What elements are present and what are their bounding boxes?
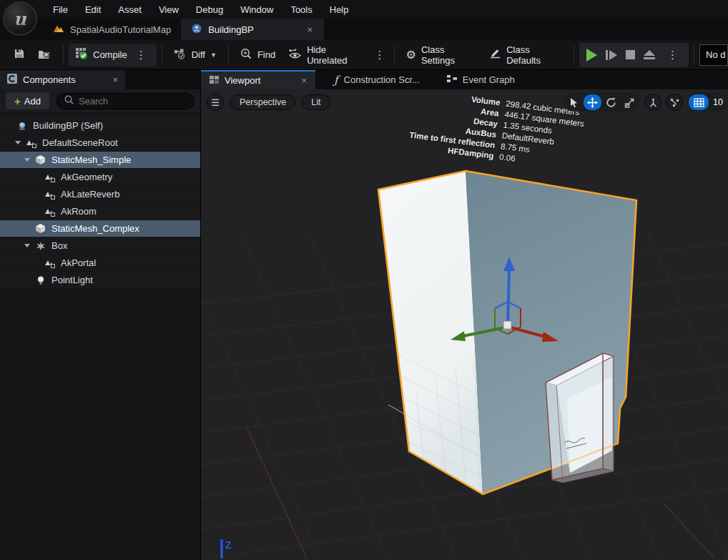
lit-button[interactable]: Lit — [302, 94, 330, 110]
expand-arrow-icon[interactable] — [24, 158, 30, 162]
ak-stat-label: Decay — [473, 117, 498, 128]
mesh-icon — [34, 154, 47, 165]
grid-icon — [694, 98, 704, 107]
tree-row-buildingbp-self-[interactable]: BuildingBP (Self) — [0, 117, 200, 134]
close-icon[interactable]: × — [306, 24, 315, 35]
frame-skip-icon[interactable] — [606, 50, 617, 60]
stop-icon[interactable] — [626, 50, 635, 59]
save-button[interactable] — [7, 44, 31, 67]
divider — [162, 45, 162, 65]
browse-button[interactable] — [31, 44, 58, 67]
tree-row-akroom[interactable]: AkRoom — [0, 203, 200, 220]
viewport-menu-button[interactable]: ☰ — [207, 94, 224, 111]
class-settings-label: Class Settings — [421, 44, 476, 66]
tree-row-staticmesh-complex[interactable]: StaticMesh_Complex — [0, 220, 200, 237]
snap-icon — [669, 97, 680, 108]
grid-snap-button[interactable] — [689, 94, 709, 110]
tree-row-pointlight[interactable]: PointLight — [0, 272, 200, 289]
menu-view[interactable]: View — [150, 2, 187, 17]
menu-debug[interactable]: Debug — [187, 2, 232, 17]
ak-stat-label: AuxBus — [465, 127, 497, 139]
find-button[interactable]: Find — [234, 44, 282, 67]
plus-icon: + — [14, 95, 21, 107]
transform-tool-group — [564, 93, 640, 112]
class-defaults-label: Class Defaults — [506, 44, 562, 66]
tree-row-aklatereverb[interactable]: AkLateReverb — [0, 186, 200, 203]
rotate-tool-button[interactable] — [602, 94, 620, 110]
find-icon — [240, 48, 252, 62]
tab-label: SpatialAudioTutorialMap — [70, 24, 171, 35]
menu-tools[interactable]: Tools — [282, 2, 320, 17]
scene-3d[interactable]: Volume298.42 cubic metersArea446.17 squa… — [201, 89, 728, 559]
compile-options-icon[interactable]: ⋮ — [132, 49, 150, 62]
function-icon: ƒ — [334, 74, 338, 87]
coordinate-system-button[interactable] — [644, 94, 661, 111]
unreal-logo-icon[interactable]: u — [3, 1, 37, 36]
tab-viewport[interactable]: Viewport × — [201, 70, 315, 89]
tree-row-staticmesh-simple[interactable]: StaticMesh_Simple — [0, 152, 200, 169]
tree-row-label: AkLateReverb — [61, 189, 119, 200]
tab-buildingbp[interactable]: BuildingBP × — [181, 19, 324, 40]
tab-event-graph[interactable]: Event Graph — [438, 70, 523, 89]
menu-items: FileEditAssetViewDebugWindowToolsHelp — [44, 2, 358, 17]
eject-icon[interactable] — [644, 50, 655, 59]
tree-row-label: DefaultSceneRoot — [42, 137, 118, 148]
menu-help[interactable]: Help — [321, 2, 358, 17]
compile-button[interactable]: Compile ⋮ — [69, 44, 157, 67]
move-icon — [587, 97, 598, 108]
eye-nodes-icon — [288, 49, 302, 62]
chevron-down-icon: ▼ — [210, 51, 217, 59]
close-icon[interactable]: × — [301, 75, 307, 86]
tab-spatialaudiotutorialmap[interactable]: SpatialAudioTutorialMap — [43, 19, 181, 40]
class-settings-button[interactable]: ⚙ Class Settings — [400, 44, 483, 67]
surface-snapping-button[interactable] — [666, 94, 683, 111]
tree-row-defaultsceneroot[interactable]: DefaultSceneRoot — [0, 134, 200, 152]
axis-z-label: Z — [225, 539, 232, 551]
class-defaults-button[interactable]: Class Defaults — [483, 44, 569, 67]
divider — [63, 45, 64, 65]
tab-construction-script[interactable]: ƒ Construction Scr... — [325, 70, 428, 89]
perspective-button[interactable]: Perspective — [230, 94, 295, 110]
menu-file[interactable]: File — [44, 2, 77, 17]
hide-unrelated-button[interactable]: Hide Unrelated — [282, 44, 370, 67]
menu-edit[interactable]: Edit — [77, 2, 109, 17]
viewport-pane: Viewport × ƒ Construction Scr... Event G… — [201, 70, 728, 560]
ak-stat-value: 0.06 — [499, 152, 516, 163]
debug-object-dropdown[interactable]: No d — [699, 44, 728, 66]
play-icon[interactable] — [586, 49, 597, 62]
viewport-left-controls: ☰ Perspective Lit — [207, 94, 330, 111]
menu-asset[interactable]: Asset — [109, 2, 150, 17]
play-options-icon[interactable]: ⋮ — [664, 49, 682, 62]
tree-row-akgeometry[interactable]: AkGeometry — [0, 169, 200, 186]
component-search-input[interactable]: Search — [56, 93, 195, 109]
move-tool-button[interactable] — [584, 94, 601, 110]
find-label: Find — [257, 49, 275, 60]
tab-label: Components — [23, 74, 76, 85]
diff-button[interactable]: Diff ▼ — [167, 44, 223, 67]
add-component-button[interactable]: + Add — [6, 92, 49, 109]
tab-components[interactable]: Components × — [0, 70, 125, 89]
cursor-icon — [569, 97, 579, 108]
divider — [228, 45, 229, 65]
tree-row-label: AkGeometry — [61, 172, 112, 182]
grid-snap-value[interactable]: 10 — [713, 97, 723, 107]
select-tool-button[interactable] — [565, 94, 583, 110]
gizmo-center[interactable] — [503, 321, 511, 329]
tab-label: Event Graph — [463, 74, 515, 85]
tree-row-label: StaticMesh_Complex — [51, 223, 139, 234]
diff-label: Diff — [192, 49, 205, 60]
tree-row-akportal[interactable]: AkPortal — [0, 255, 200, 272]
scale-tool-button[interactable] — [621, 94, 639, 110]
scene-icon — [43, 189, 56, 200]
ak-stat-value: 8.75 ms — [500, 142, 530, 154]
expand-arrow-icon[interactable] — [15, 141, 21, 144]
toolbar-options-icon[interactable]: ⋮ — [371, 49, 389, 62]
tree-row-box[interactable]: Box — [0, 237, 200, 255]
expand-arrow-icon[interactable] — [24, 244, 30, 247]
viewport-canvas[interactable]: Volume298.42 cubic metersArea446.17 squa… — [201, 89, 728, 560]
tree-row-label: AkRoom — [61, 206, 97, 217]
close-icon[interactable]: × — [112, 74, 118, 85]
unreal-blueprint-editor: u FileEditAssetViewDebugWindowToolsHelp … — [0, 0, 728, 560]
menu-window[interactable]: Window — [232, 2, 282, 17]
scene-icon — [43, 172, 56, 182]
